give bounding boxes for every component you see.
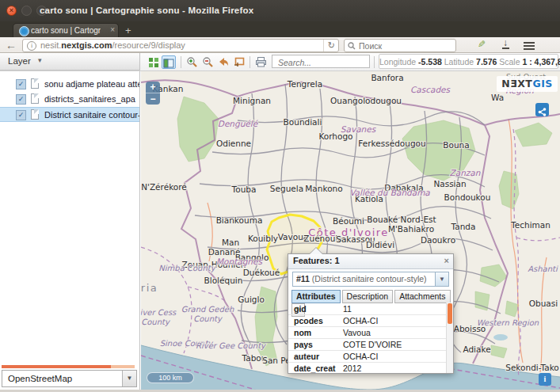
tab-attachments[interactable]: Attachments bbox=[394, 290, 450, 303]
layer-doc-icon bbox=[31, 93, 39, 104]
browser-search-box[interactable] bbox=[344, 39, 456, 52]
map-label: Guiglo bbox=[238, 295, 265, 304]
tab-close-icon[interactable]: × bbox=[110, 25, 115, 34]
extent-rect-icon bbox=[234, 56, 246, 67]
layer-doc-icon bbox=[31, 109, 39, 120]
layer-panel-header[interactable]: Layer ▾ bbox=[0, 53, 140, 70]
map-zoom-out-button[interactable]: − bbox=[146, 93, 160, 105]
chevron-down-icon: ▾ bbox=[38, 56, 42, 64]
site-info-icon[interactable]: i bbox=[27, 41, 36, 51]
map-container: KankanTengrelaBanforaCascadesSud-OuestRe… bbox=[141, 71, 560, 390]
scale-bar: 100 km bbox=[147, 372, 194, 383]
map-label: N'Zérékoré bbox=[141, 182, 187, 192]
table-row: nomVavoua bbox=[288, 327, 446, 339]
map-label: Liberia bbox=[141, 282, 158, 294]
map-label: Vallée du Bandama bbox=[349, 188, 430, 197]
layer-checkbox[interactable]: ✓ bbox=[16, 79, 26, 89]
window-title: carto sonu | Cartographie sonu - Mozilla… bbox=[40, 6, 253, 15]
menu-button[interactable] bbox=[521, 39, 537, 53]
map-label: Bondoukou bbox=[444, 192, 491, 202]
back-extent-button[interactable] bbox=[216, 55, 230, 69]
chevron-down-icon[interactable]: ▼ bbox=[435, 272, 448, 286]
tab-attributes[interactable]: Attributes bbox=[291, 290, 341, 303]
nextgis-logo[interactable]: NƎXTGIS bbox=[497, 76, 558, 92]
table-row: auteurOCHA-CI bbox=[288, 351, 446, 363]
back-arrow-icon bbox=[218, 56, 230, 67]
map-label: Duékoué bbox=[243, 268, 280, 277]
tab-bar: carto sonu | Cartograp × + bbox=[0, 21, 560, 37]
map-label: Daoukro bbox=[421, 235, 455, 245]
window-minimize-button[interactable] bbox=[21, 6, 32, 16]
map-label: Nimba County bbox=[158, 264, 215, 273]
tab-title: carto sonu | Cartograp bbox=[31, 26, 101, 35]
print-button[interactable] bbox=[253, 55, 268, 69]
map-label: Bouna bbox=[443, 140, 469, 150]
new-tab-button[interactable]: + bbox=[125, 25, 131, 36]
back-button[interactable]: ← bbox=[6, 39, 17, 51]
map-label: River Gee County bbox=[196, 341, 266, 351]
table-row: paysCOTE D'VOIRE bbox=[288, 339, 446, 351]
search-icon bbox=[348, 42, 356, 50]
map-zoom-in-button[interactable]: + bbox=[146, 82, 160, 93]
reload-button[interactable]: ↻ bbox=[323, 40, 335, 51]
dashboard-icon-button[interactable] bbox=[146, 55, 160, 69]
map-label: Sekondi-Tako bbox=[505, 363, 559, 372]
coordinates-readout: Longitude -5.538 Latitude 7.576 Scale 1 … bbox=[379, 54, 558, 69]
popup-scrollbar-thumb[interactable] bbox=[448, 303, 452, 324]
map-label: Cascades bbox=[410, 85, 451, 94]
map-label: Bloléquin bbox=[204, 276, 243, 285]
quill-new-icon[interactable]: ✎ bbox=[474, 39, 490, 51]
map-label: Adiake bbox=[463, 344, 490, 354]
map-label: Bouaké Nord-Est bbox=[367, 215, 436, 224]
map-search-input[interactable] bbox=[276, 56, 367, 68]
browser-search-input[interactable] bbox=[357, 40, 448, 51]
popup-scrollbar[interactable] bbox=[446, 303, 453, 373]
zoom-out-icon bbox=[202, 56, 214, 68]
map-label: Odienne bbox=[216, 139, 251, 148]
layers-scrollbar[interactable] bbox=[2, 365, 135, 368]
layer-item[interactable]: ✓ districts_sanitaires_apa bbox=[0, 92, 139, 107]
tab-description[interactable]: Description bbox=[342, 290, 394, 303]
panel-icon bbox=[163, 59, 174, 68]
map-label: Boundiali bbox=[284, 117, 322, 127]
attributes-table: gid11 pcodesOCHA-CI nomVavoua paysCOTE D… bbox=[288, 303, 446, 373]
window-close-button[interactable]: × bbox=[6, 6, 17, 16]
map-zoom-control: + − bbox=[146, 82, 160, 105]
layer-checkbox[interactable]: ✓ bbox=[16, 94, 26, 105]
map-label: Tanda bbox=[451, 222, 476, 231]
map-label: Western Region bbox=[477, 318, 539, 328]
feature-selector-value: #11 (District sanitaire contour-style) bbox=[296, 274, 432, 284]
layer-item[interactable]: ✓ sonu adjame plateau attecou bbox=[0, 77, 139, 92]
map-label: Man bbox=[222, 238, 239, 247]
table-row: pcodesOCHA-CI bbox=[288, 315, 446, 327]
map-search-box[interactable] bbox=[272, 55, 370, 68]
map-label: Zanzan bbox=[450, 168, 481, 177]
layer-panel-title: Layer bbox=[8, 56, 31, 66]
map-label: Montagnes bbox=[216, 257, 263, 267]
map-label: Tengrela bbox=[287, 79, 322, 89]
toggle-panel-button[interactable] bbox=[162, 55, 176, 69]
layer-checkbox[interactable]: ✓ bbox=[16, 110, 26, 120]
table-row: gid11 bbox=[288, 303, 446, 315]
url-bar[interactable]: i nesit.nextgis.com/resource/9/display ↻ bbox=[22, 39, 339, 52]
popup-close-icon[interactable]: × bbox=[444, 256, 449, 265]
feature-popup: Features: 1 × #11 (District sanitaire co… bbox=[288, 253, 454, 374]
map-label: Denguélé bbox=[218, 119, 259, 129]
map-label: M'Bahiakro bbox=[388, 224, 434, 234]
attribution-info-button[interactable]: i bbox=[539, 373, 551, 386]
browser-tab[interactable]: carto sonu | Cartograp × bbox=[13, 23, 119, 37]
zoom-out-button[interactable] bbox=[200, 55, 215, 69]
url-text: nesit.nextgis.com/resource/9/display bbox=[40, 40, 185, 51]
layer-item-selected[interactable]: ✓ District sanitaire contour-styl bbox=[0, 107, 139, 122]
downloads-button[interactable]: ↓ bbox=[497, 39, 513, 51]
share-button[interactable] bbox=[535, 103, 549, 116]
zoom-in-button[interactable] bbox=[185, 55, 199, 69]
feature-selector[interactable]: #11 (District sanitaire contour-style) ▼ bbox=[292, 272, 449, 287]
basemap-select[interactable]: OpenStreetMap ▼ bbox=[2, 370, 137, 387]
lagoon bbox=[493, 334, 508, 341]
map-label: Nassian bbox=[433, 179, 466, 188]
map-label: Béoumi bbox=[333, 216, 364, 226]
window-titlebar: × carto sonu | Cartographie sonu - Mozil… bbox=[0, 0, 560, 21]
zoom-extent-button[interactable] bbox=[232, 55, 246, 69]
map-label: Kouibly bbox=[248, 234, 278, 243]
